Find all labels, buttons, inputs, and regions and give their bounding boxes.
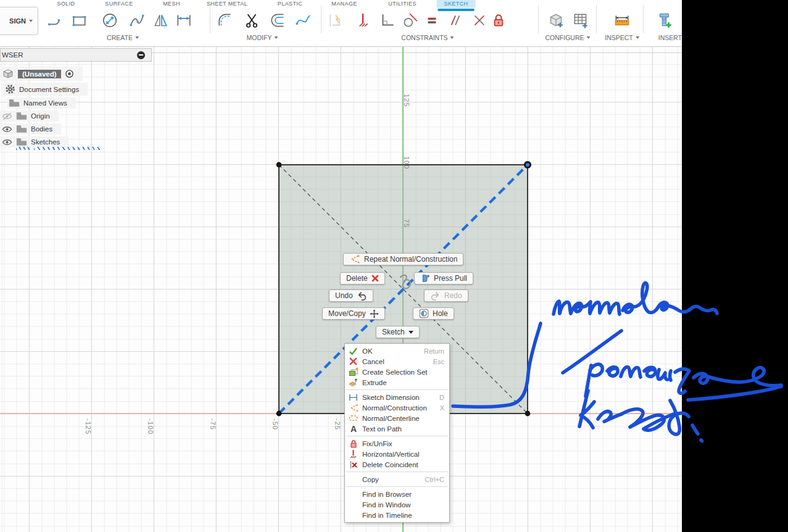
tab-solid[interactable]: SOLID: [53, 0, 78, 7]
sketch-point[interactable]: [276, 162, 282, 168]
sketch-line-icon[interactable]: [47, 12, 64, 29]
fillet-icon[interactable]: [217, 12, 234, 29]
active-edit-hatch: [34, 147, 102, 150]
folder-icon: [16, 112, 27, 120]
perpendicular-constraint-icon[interactable]: [379, 12, 396, 29]
press-pull-button[interactable]: Press Pull: [414, 272, 473, 285]
folder-icon: [16, 138, 27, 146]
sketch-dimension-icon: [348, 393, 359, 402]
ok-check-icon: [348, 346, 359, 355]
menu-item-ok[interactable]: OKReturn: [345, 346, 449, 356]
sketch-dimension-tool-icon[interactable]: [175, 12, 193, 29]
group-label-create[interactable]: CREATE: [107, 34, 139, 41]
trim-scissors-icon[interactable]: [243, 12, 260, 29]
sketch-point[interactable]: [276, 411, 282, 417]
menu-item-find-in-timeline[interactable]: Find in Timeline: [345, 510, 449, 520]
menu-separator: [346, 436, 448, 436]
group-label-configure[interactable]: CONFIGURE: [545, 34, 591, 41]
group-label-insert[interactable]: INSERT: [658, 34, 682, 41]
active-edit-hatch: [16, 147, 30, 150]
gear-icon: [5, 84, 15, 94]
group-label-constraints[interactable]: CONSTRAINTS: [401, 34, 454, 41]
delete-button[interactable]: Delete: [340, 272, 385, 285]
browser-item-bodies[interactable]: Bodies: [0, 123, 61, 135]
undo-button[interactable]: Undo: [329, 289, 373, 302]
eye-off-icon[interactable]: [2, 112, 12, 120]
hole-button[interactable]: Hole: [413, 307, 454, 320]
cancel-x-icon: [348, 357, 359, 366]
menu-item-fix-unfix[interactable]: Fix/UnFix: [345, 438, 449, 449]
browser-item-label: Sketches: [31, 138, 60, 146]
tab-plastic[interactable]: PLASTIC: [274, 0, 306, 7]
eye-icon[interactable]: [2, 125, 12, 133]
menu-item-copy[interactable]: CopyCtrl+C: [345, 474, 449, 484]
tab-manage[interactable]: MANAGE: [328, 0, 360, 7]
browser-item-document[interactable]: (Unsaved): [0, 67, 83, 81]
menu-item-find-in-window[interactable]: Find in Window: [345, 499, 449, 510]
y-axis-tick-label: 75: [403, 219, 410, 228]
offset-icon[interactable]: [270, 12, 288, 29]
tab-mesh[interactable]: MESH: [159, 0, 184, 7]
chevron-down-icon: [135, 36, 139, 39]
configuration-table-icon[interactable]: [572, 12, 589, 29]
menu-item-extrude[interactable]: Extrude: [345, 377, 449, 388]
browser-item-label: Bodies: [31, 125, 52, 133]
sketch-mirror-icon[interactable]: [152, 12, 170, 29]
fix-lock-constraint-icon[interactable]: [490, 12, 507, 29]
sketch-scale-icon[interactable]: [328, 12, 345, 29]
redo-button[interactable]: Redo: [424, 289, 468, 302]
menu-item-text-on-path[interactable]: A Text on Path: [345, 423, 449, 434]
menu-item-create-selection-set[interactable]: Create Selection Set: [345, 367, 449, 377]
menu-item-horizontal-vertical[interactable]: Horizontal/Vertical: [345, 449, 449, 459]
sketch-submenu-button[interactable]: Sketch: [376, 326, 420, 338]
browser-item-named-views[interactable]: Named Views: [7, 98, 76, 109]
browser-item-document-settings[interactable]: Document Settings: [3, 83, 88, 96]
sketch-spline-icon[interactable]: [128, 12, 146, 29]
delete-coincident-icon: [348, 460, 359, 469]
measure-icon[interactable]: [613, 12, 631, 29]
sketch-point-selected[interactable]: [525, 162, 530, 167]
workspace-switcher[interactable]: SIGN: [0, 7, 38, 35]
workspace-label: SIGN: [9, 17, 26, 25]
equal-constraint-icon[interactable]: [423, 12, 441, 29]
repeat-command-button[interactable]: Repeat Normal/Construction: [343, 253, 463, 265]
collapse-browser-button[interactable]: [137, 51, 145, 59]
move-copy-button[interactable]: Move/Copy: [322, 307, 385, 320]
menu-item-normal-centerline[interactable]: Normal/Centerline: [345, 413, 449, 423]
menu-item-sketch-dimension[interactable]: Sketch DimensionD: [345, 392, 449, 402]
menu-item-cancel[interactable]: CancelEsc: [345, 356, 449, 367]
press-pull-icon: [420, 273, 430, 283]
toolbar-divider: [538, 5, 539, 33]
group-label-modify[interactable]: MODIFY: [247, 34, 278, 41]
tangent-constraint-icon[interactable]: [402, 12, 419, 29]
group-label-inspect[interactable]: INSPECT: [605, 34, 639, 41]
sketch-rectangle-icon[interactable]: [70, 12, 88, 29]
configure-feature-icon[interactable]: [547, 12, 565, 29]
button-label: Delete: [346, 274, 368, 283]
sketch-point[interactable]: [525, 411, 531, 417]
horizontal-vertical-icon: [348, 449, 359, 459]
eye-icon[interactable]: [2, 138, 12, 146]
symmetry-constraint-icon[interactable]: [471, 12, 488, 29]
activate-radio-icon[interactable]: [65, 69, 74, 78]
button-label: Redo: [444, 291, 462, 300]
selection-set-icon: [348, 367, 359, 376]
menu-item-delete-coincident[interactable]: Delete Coincident: [345, 459, 449, 470]
tab-utilities[interactable]: UTILITIES: [384, 0, 420, 7]
browser-item-label: Document Settings: [19, 86, 79, 93]
tab-sketch-active[interactable]: SKETCH: [437, 0, 476, 8]
project-curve-icon[interactable]: [295, 12, 312, 29]
sketch-circle-icon[interactable]: [101, 12, 118, 29]
menu-separator: [346, 486, 448, 487]
browser-item-origin[interactable]: Origin: [0, 110, 59, 122]
insert-fastener-icon[interactable]: [656, 12, 673, 29]
tab-surface[interactable]: SURFACE: [101, 0, 136, 7]
y-axis-tick-label: 100: [403, 156, 410, 169]
menu-item-normal-construction[interactable]: Normal/ConstructionX: [345, 402, 449, 413]
menu-item-find-in-browser[interactable]: Find in Browser: [345, 489, 449, 499]
browser-item-sketches[interactable]: Sketches: [0, 136, 68, 148]
undo-arrow-icon: [357, 291, 367, 301]
browser-header: WSER: [0, 48, 152, 62]
horizontal-vertical-constraint-icon[interactable]: [354, 12, 371, 29]
parallel-constraint-icon[interactable]: [447, 12, 464, 29]
